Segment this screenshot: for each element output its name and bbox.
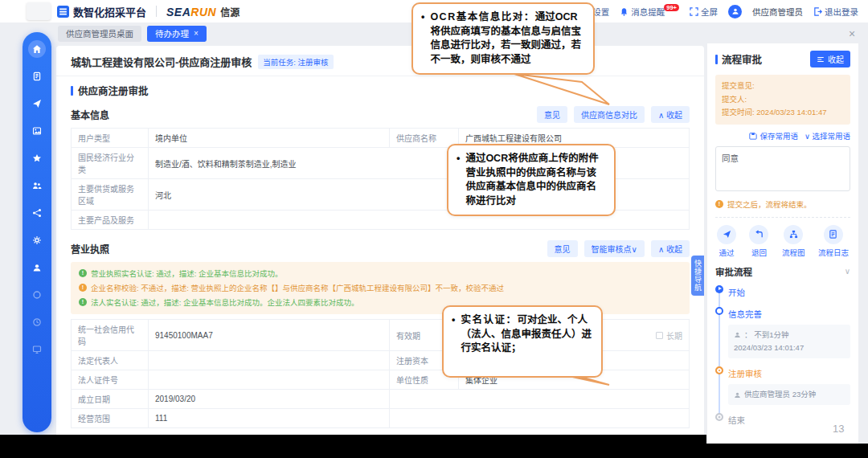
opinion-button[interactable]: 意见: [547, 240, 578, 257]
table-row: 经营范围 111: [72, 409, 690, 428]
gallery-icon[interactable]: [28, 122, 46, 140]
table-row: 成立日期 2019/03/20: [72, 390, 690, 409]
platform-icon: [57, 6, 69, 18]
step-end-icon: [715, 413, 723, 421]
panel-title: 流程审批: [722, 51, 762, 67]
collapse-button[interactable]: ∧ 收起: [651, 106, 690, 123]
person-icon: [734, 391, 741, 399]
panel-collapse-button[interactable]: 收起: [810, 51, 850, 67]
fullscreen-button[interactable]: 全屏: [690, 6, 718, 18]
return-icon: [755, 230, 764, 239]
supplier-review-page: 城轨工程建设有限公司-供应商注册审核 当前任务: 注册审核 供应商注册审批 基本…: [56, 46, 704, 439]
gear-icon[interactable]: [28, 231, 46, 249]
supplier-info-compare-button[interactable]: 供应商信息对比: [574, 106, 645, 123]
opinion-button[interactable]: 意见: [537, 106, 567, 123]
clock-icon[interactable]: [28, 313, 46, 331]
smart-review-points-button[interactable]: 智能审核点∨: [584, 240, 645, 257]
step-info-complete: 信息完善 ： 不到1分钟 2024/03/23 14:01:47: [728, 306, 850, 358]
save-phrase-link[interactable]: 保存常用语: [749, 130, 798, 141]
legal-id-value: [149, 370, 390, 390]
return-button[interactable]: 退回: [749, 225, 768, 258]
flowchart-button[interactable]: 流程图: [782, 225, 805, 258]
chevron-down-icon[interactable]: ∨: [845, 267, 850, 276]
tab-supplier-desktop[interactable]: 供应商管理员桌面: [58, 26, 141, 42]
slide-page-number: 13: [833, 423, 844, 435]
building-icon[interactable]: [28, 67, 46, 85]
alert-success: ! 营业执照实名认证: 通过，描述: 企业基本信息比对成功。: [79, 267, 682, 281]
step-current-icon: [715, 366, 723, 374]
company-logo: [27, 2, 51, 20]
tab-todo[interactable]: 待办办理 ×: [147, 26, 207, 42]
callout-real-name-auth: • 实名认证：可对企业、个人（法人、信息申报责任人）进行实名认证；: [442, 305, 603, 378]
fullscreen-icon: [690, 7, 698, 16]
ring-icon[interactable]: [28, 286, 46, 304]
legal-rep-value: [149, 351, 390, 370]
divider: [156, 6, 157, 17]
user-icon[interactable]: [28, 259, 46, 276]
step-time: 2024/03/23 14:01:47: [734, 341, 845, 354]
platform-title: 数智化招采平台: [73, 4, 146, 19]
step-done-icon: [715, 307, 723, 315]
choose-phrase-link[interactable]: ∨ 选择常用语: [805, 130, 850, 141]
send-icon[interactable]: [28, 95, 46, 112]
send-icon: [723, 230, 731, 239]
step-start-icon: [715, 285, 723, 293]
log-icon: [829, 230, 837, 239]
approval-comment-input[interactable]: 同意: [715, 146, 850, 191]
section-title: 供应商注册审批: [78, 83, 149, 98]
bottom-black-bar: [0, 435, 706, 458]
approve-button[interactable]: 通过: [717, 225, 736, 258]
submit-note: ! 提交之后，流程将结束。: [715, 198, 850, 218]
platform-brand: 数智化招采平台: [57, 4, 146, 19]
monitor-icon[interactable]: [28, 341, 46, 358]
person-icon: [734, 331, 741, 338]
collapse-icon: [817, 55, 825, 63]
team-icon[interactable]: [28, 177, 46, 194]
approval-timeline: 开始 信息完善 ： 不到1分钟 2024/03/23 14:01:47 注册审核…: [715, 284, 850, 427]
alert-warning: ! 企业名称校验: 不通过，描述: 营业执照上的企业名称【】与供应商名称【广西城…: [79, 281, 682, 296]
logout-icon: [813, 7, 822, 16]
info-icon: !: [79, 298, 87, 306]
callout-ocr-basic-info: • OCR基本信息比对：通过OCR将供应商填写的基本信息与启信宝信息进行比对，若…: [411, 2, 595, 75]
callout-ocr-license-compare: • 通过OCR将供应商上传的附件营业执照中的供应商名称与该供应商基本信息中的供应…: [447, 144, 616, 216]
step-detail-card: ： 不到1分钟 2024/03/23 14:01:47: [728, 325, 850, 358]
submit-opinion: 提交意见:: [722, 80, 844, 93]
section-accent: [715, 55, 718, 64]
section-accent: [71, 86, 73, 96]
business-license-section: 营业执照 意见 智能审核点∨ ∧ 收起 ! 营业执照实名认证: 通过，描述: 企…: [56, 240, 704, 428]
bottom-black-bar: [706, 444, 868, 458]
messages-button[interactable]: 消息提醒 99+: [620, 6, 679, 18]
star-icon[interactable]: [28, 149, 46, 167]
basic-info-title: 基本信息: [71, 108, 109, 121]
sidebar-nav: [23, 32, 51, 432]
submit-time: 提交时间: 2024/03/23 14:01:47: [722, 106, 844, 120]
scope-value: 111: [149, 409, 390, 428]
close-icon[interactable]: ×: [194, 29, 199, 38]
credit-code-value: 91450100MAA7: [149, 320, 390, 351]
flowchart-icon: [789, 230, 798, 239]
warning-icon: !: [79, 284, 87, 292]
logout-button[interactable]: 退出登录: [813, 6, 858, 18]
page-title: 城轨工程建设有限公司-供应商注册审核: [71, 54, 252, 69]
step-detail-card: 供应商管理员 23分钟: [728, 384, 850, 405]
step-register-review: 注册审核 供应商管理员 23分钟: [728, 366, 850, 405]
collapse-button[interactable]: ∧ 收起: [651, 240, 690, 257]
searun-logo: SEARUN 信源: [166, 5, 240, 18]
current-task-badge: 当前任务: 注册审核: [258, 55, 333, 69]
approval-flow-panel: 流程审批 收起 提交意见: 提交人: 提交时间: 2024/03/23 14:0…: [707, 43, 858, 444]
flow-title: 审批流程: [715, 265, 752, 278]
panel-close-icon[interactable]: ×: [849, 27, 855, 40]
quick-nav-tab[interactable]: 快捷导航: [691, 256, 704, 296]
avatar[interactable]: [728, 5, 742, 18]
flow-log-button[interactable]: 流程日志: [818, 225, 849, 258]
current-user: 供应商管理员: [752, 6, 803, 18]
step-start: 开始: [728, 284, 850, 299]
long-term-checkbox[interactable]: [656, 332, 663, 339]
info-icon: !: [79, 269, 87, 277]
warning-icon: !: [715, 200, 723, 208]
share-nodes-icon[interactable]: [28, 204, 46, 222]
home-icon[interactable]: [28, 40, 46, 58]
submit-person: 提交人:: [722, 93, 844, 107]
user-icon: [731, 7, 739, 15]
submit-info-box: 提交意见: 提交人: 提交时间: 2024/03/23 14:01:47: [715, 75, 850, 125]
